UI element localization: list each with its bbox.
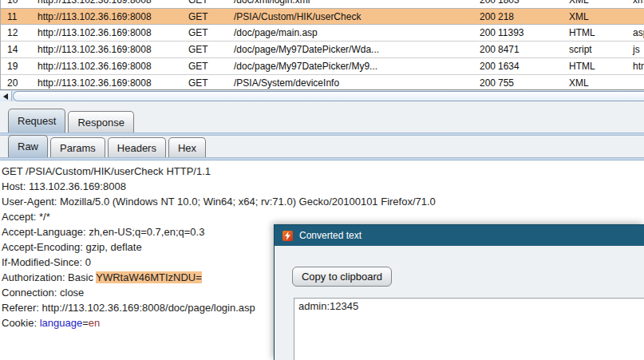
request-text: language bbox=[40, 317, 83, 329]
cell-length: 755 bbox=[498, 75, 514, 89]
request-text: Cookie: bbox=[2, 317, 40, 329]
cell-method: GET bbox=[188, 75, 208, 89]
cell-path: /doc/page/My97DatePicker/My9... bbox=[234, 58, 377, 74]
request-text: en bbox=[89, 317, 100, 329]
request-text: = bbox=[82, 317, 89, 329]
cell-mime: XML bbox=[569, 75, 589, 89]
cell-path: /doc/xml/login.xml bbox=[234, 0, 310, 8]
cell-mime: HTML bbox=[569, 25, 595, 41]
cell-url: http://113.102.36.169:8008 bbox=[38, 25, 152, 41]
cell-url: http://113.102.36.169:8008 bbox=[38, 75, 152, 89]
cell-id: 20 bbox=[7, 75, 18, 89]
message-editor-tabs: Request Response Raw Params Headers Hex bbox=[0, 101, 644, 161]
horizontal-scrollbar[interactable] bbox=[0, 89, 644, 101]
request-text: If-Modified-Since: 0 bbox=[2, 256, 91, 268]
request-text: User-Agent: Mozilla/5.0 (Windows NT 10.0… bbox=[2, 196, 436, 208]
cell-status: 200 bbox=[480, 42, 496, 57]
highlighted-token: YWRtaW46MTIzNDU= bbox=[96, 271, 202, 283]
table-row[interactable]: 14http://113.102.36.169:8008GET/doc/page… bbox=[1, 42, 644, 58]
cell-url: http://113.102.36.169:8008 bbox=[38, 9, 152, 25]
left-arrow-icon bbox=[3, 93, 8, 100]
cell-id: 14 bbox=[7, 42, 18, 57]
tab-raw[interactable]: Raw bbox=[8, 135, 48, 157]
cell-url: http://113.102.36.169:8008 bbox=[38, 0, 152, 8]
cell-ext: htm bbox=[633, 58, 644, 74]
request-line: User-Agent: Mozilla/5.0 (Windows NT 10.0… bbox=[2, 194, 644, 209]
request-line: Host: 113.102.36.169:8008 bbox=[2, 179, 644, 194]
cell-status: 200 bbox=[480, 25, 496, 41]
request-text: Accept-Encoding: gzip, deflate bbox=[2, 241, 142, 253]
tab-response[interactable]: Response bbox=[68, 111, 134, 133]
cell-ext: js bbox=[633, 42, 640, 57]
scroll-left-button[interactable] bbox=[0, 91, 12, 102]
cell-id: 19 bbox=[7, 58, 18, 74]
table-row[interactable]: 12http://113.102.36.169:8008GET/doc/page… bbox=[1, 25, 644, 42]
cell-method: GET bbox=[188, 42, 208, 57]
request-text: Accept: */* bbox=[2, 211, 50, 223]
tab-params[interactable]: Params bbox=[50, 137, 105, 157]
cell-url: http://113.102.36.169:8008 bbox=[38, 58, 152, 74]
view-tabs: Raw Params Headers Hex bbox=[8, 137, 208, 157]
request-line: GET /PSIA/Custom/HIK/userCheck HTTP/1.1 bbox=[2, 164, 644, 179]
cell-path: /doc/page/My97DatePicker/Wda... bbox=[234, 42, 379, 57]
cell-status: 200 bbox=[480, 0, 496, 8]
table-row[interactable]: 19http://113.102.36.169:8008GET/doc/page… bbox=[1, 58, 644, 75]
request-text: Accept-Language: zh,en-US;q=0.7,en;q=0.3 bbox=[2, 226, 204, 238]
request-text: Host: 113.102.36.169:8008 bbox=[2, 180, 126, 192]
tab-request[interactable]: Request bbox=[8, 109, 65, 133]
request-text: GET /PSIA/Custom/HIK/userCheck HTTP/1.1 bbox=[2, 165, 211, 177]
cell-path: /PSIA/Custom/HIK/userCheck bbox=[234, 9, 361, 25]
dialog-titlebar[interactable]: Converted text bbox=[275, 225, 644, 246]
cell-path: /doc/page/main.asp bbox=[234, 25, 318, 41]
scrollbar-thumb[interactable] bbox=[13, 91, 644, 101]
tab-divider-bottom bbox=[0, 157, 644, 160]
request-text: Authorization: Basic bbox=[2, 271, 96, 283]
request-text: Referer: http://113.102.36.169:8008/doc/… bbox=[2, 302, 255, 314]
cell-id: 11 bbox=[7, 9, 17, 25]
cell-method: GET bbox=[188, 25, 208, 41]
cell-mime: XML bbox=[569, 0, 589, 8]
cell-id: 10 bbox=[7, 0, 18, 8]
converted-text-area[interactable]: admin:12345 bbox=[294, 298, 644, 360]
tab-hex[interactable]: Hex bbox=[168, 137, 206, 157]
tab-divider-top bbox=[0, 133, 644, 136]
cell-ext: xml bbox=[633, 0, 644, 8]
request-line: Accept: */* bbox=[2, 209, 644, 224]
proxy-history-screen: 10http://113.102.36.169:8008GET/doc/xml/… bbox=[0, 0, 644, 360]
cell-length: 11393 bbox=[498, 25, 523, 41]
cell-path: /PSIA/System/deviceInfo bbox=[234, 75, 339, 89]
cell-method: GET bbox=[188, 0, 208, 8]
cell-status: 200 bbox=[480, 75, 496, 89]
cell-length: 1803 bbox=[498, 0, 520, 8]
table-row[interactable]: 20http://113.102.36.169:8008GET/PSIA/Sys… bbox=[1, 75, 644, 89]
cell-status: 200 bbox=[480, 58, 496, 74]
cell-ext: asp bbox=[633, 25, 644, 41]
cell-mime: XML bbox=[569, 9, 589, 25]
lightning-icon bbox=[282, 231, 293, 241]
cell-method: GET bbox=[188, 9, 208, 25]
copy-to-clipboard-button[interactable]: Copy to clipboard bbox=[292, 267, 392, 287]
cell-id: 12 bbox=[7, 25, 18, 41]
table-row[interactable]: 11http://113.102.36.169:8008GET/PSIA/Cus… bbox=[1, 8, 644, 25]
converted-text-dialog: Converted text Copy to clipboard admin:1… bbox=[274, 224, 644, 360]
request-response-tabs: Request Response bbox=[8, 111, 136, 133]
request-text: Connection: close bbox=[2, 287, 84, 299]
cell-url: http://113.102.36.169:8008 bbox=[38, 42, 152, 57]
cell-length: 218 bbox=[498, 9, 514, 25]
cell-status: 200 bbox=[480, 9, 496, 25]
cell-mime: HTML bbox=[569, 58, 595, 74]
cell-length: 1634 bbox=[498, 58, 520, 74]
http-history-table: 10http://113.102.36.169:8008GET/doc/xml/… bbox=[0, 0, 644, 89]
http-history-rows: 10http://113.102.36.169:8008GET/doc/xml/… bbox=[1, 0, 644, 89]
dialog-title: Converted text bbox=[299, 230, 362, 241]
cell-mime: script bbox=[569, 42, 592, 57]
cell-length: 8471 bbox=[498, 42, 520, 57]
cell-method: GET bbox=[188, 58, 208, 74]
tab-headers[interactable]: Headers bbox=[108, 137, 166, 157]
